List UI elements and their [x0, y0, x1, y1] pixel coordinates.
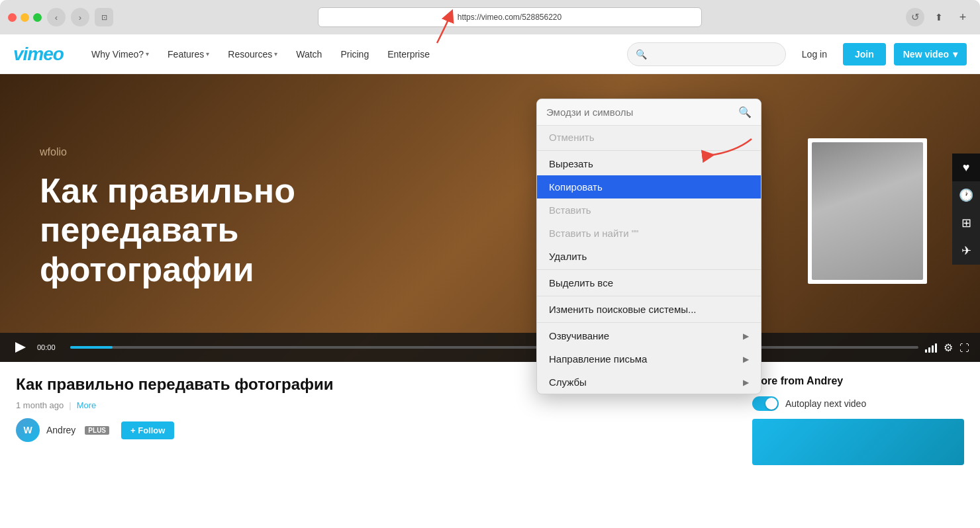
add-tab-button[interactable]: +	[954, 8, 972, 26]
url-bar-container: https://vimeo.com/528856220	[119, 7, 901, 27]
browser-actions: ⬆ +	[930, 8, 972, 26]
maximize-traffic-light[interactable]	[33, 13, 42, 22]
share-button[interactable]: ⬆	[930, 8, 948, 26]
more-from-section: More from Andrey Autoplay next video	[752, 375, 964, 465]
next-video-thumbnail[interactable]	[752, 419, 964, 465]
nav-link-resources[interactable]: Resources ▾	[220, 44, 285, 65]
browser-chrome: ‹ › ⊡ https://vimeo.com/528856220 ↺ ⬆ +	[0, 0, 980, 34]
video-title-line2: передавать	[40, 211, 239, 249]
video-meta-separator: |	[69, 400, 71, 410]
volume-bar-3	[932, 345, 934, 353]
share-video-button[interactable]: ✈	[952, 237, 980, 265]
video-brand: wfolio	[40, 146, 295, 158]
login-button[interactable]: Log in	[794, 44, 835, 65]
toggle-knob	[765, 398, 777, 410]
autoplay-row: Autoplay next video	[752, 396, 964, 411]
new-video-button[interactable]: New video ▾	[894, 43, 967, 66]
search-box[interactable]: 🔍	[627, 42, 786, 66]
video-controls-bar: 00:00 ⚙ ⛶	[0, 333, 980, 362]
search-icon: 🔍	[636, 49, 647, 60]
video-content: wfolio Как правильно передавать фотограф…	[0, 74, 980, 362]
context-menu-item-services[interactable]: Службы ▶	[537, 371, 761, 394]
nav-links: Why Vimeo? ▾ Features ▾ Resources ▾ Watc…	[83, 44, 627, 65]
reload-button[interactable]: ↺	[906, 8, 924, 26]
join-button[interactable]: Join	[843, 43, 886, 66]
url-bar[interactable]: https://vimeo.com/528856220	[318, 7, 702, 27]
nav-link-watch[interactable]: Watch	[288, 44, 330, 65]
context-menu-search-icon: 🔍	[738, 106, 752, 118]
context-menu-item-search-engines[interactable]: Изменить поисковые системы...	[537, 298, 761, 321]
chevron-down-icon-4: ▾	[953, 49, 957, 60]
context-menu: 🔍 Отменить Вырезать Копировать Вставить …	[536, 99, 761, 394]
nav-link-enterprise[interactable]: Enterprise	[379, 44, 438, 65]
context-menu-cut-label: Вырезать	[549, 158, 593, 169]
settings-icon[interactable]: ⚙	[944, 341, 953, 354]
volume-indicator	[925, 342, 937, 353]
avatar: W	[16, 418, 40, 442]
search-input[interactable]	[652, 49, 777, 60]
context-menu-item-cancel: Отменить	[537, 126, 761, 149]
context-menu-search-input[interactable]	[546, 107, 733, 118]
autoplay-toggle[interactable]	[752, 396, 779, 411]
volume-bar-2	[928, 347, 930, 353]
context-menu-item-paste: Вставить	[537, 198, 761, 222]
collections-button[interactable]: ⊞	[952, 209, 980, 237]
context-menu-separator-2	[537, 269, 761, 270]
minimize-traffic-light[interactable]	[21, 13, 29, 22]
fullscreen-icon[interactable]: ⛶	[959, 342, 969, 353]
follow-button[interactable]: + Follow	[121, 421, 174, 439]
chevron-down-icon-3: ▾	[274, 50, 277, 58]
progress-bar[interactable]	[70, 346, 918, 349]
page-wrapper: vimeo Why Vimeo? ▾ Features ▾ Resources …	[0, 34, 980, 478]
submenu-arrow-icon-2: ▶	[743, 355, 749, 364]
context-menu-item-voice[interactable]: Озвучивание ▶	[537, 324, 761, 347]
context-menu-item-paste-find: Вставить и найти ""	[537, 222, 761, 245]
chevron-down-icon: ▾	[146, 50, 149, 58]
progress-fill	[70, 346, 113, 349]
below-video: Как правильно передавать фотографии 1 mo…	[0, 362, 980, 478]
autoplay-label: Autoplay next video	[785, 398, 866, 409]
video-title-line1: Как правильно	[40, 171, 295, 210]
context-menu-direction-label: Направление письма	[549, 353, 647, 365]
vimeo-navbar: vimeo Why Vimeo? ▾ Features ▾ Resources …	[0, 34, 980, 74]
more-from-title: More from Andrey	[752, 375, 964, 387]
forward-button[interactable]: ›	[71, 8, 89, 26]
video-overlay-left: wfolio Как правильно передавать фотограф…	[40, 146, 295, 290]
nav-link-why-vimeo[interactable]: Why Vimeo? ▾	[83, 44, 157, 65]
context-menu-item-delete[interactable]: Удалить	[537, 245, 761, 268]
context-menu-cancel-label: Отменить	[549, 132, 595, 143]
reader-view-button[interactable]: ⊡	[95, 8, 113, 26]
sidebar-icons: ♥ 🕐 ⊞ ✈	[952, 154, 980, 265]
submenu-arrow-icon-3: ▶	[743, 378, 749, 387]
nav-link-features[interactable]: Features ▾	[160, 44, 217, 65]
context-menu-item-select-all[interactable]: Выделить все	[537, 271, 761, 294]
nav-link-enterprise-label: Enterprise	[387, 49, 430, 60]
context-menu-paste-label: Вставить	[549, 204, 591, 216]
video-more-link[interactable]: More	[77, 400, 97, 410]
chevron-down-icon-2: ▾	[206, 50, 209, 58]
vimeo-logo[interactable]: vimeo	[13, 44, 64, 65]
submenu-arrow-icon: ▶	[743, 331, 749, 341]
back-button[interactable]: ‹	[47, 8, 66, 26]
context-menu-item-cut[interactable]: Вырезать	[537, 152, 761, 175]
watch-later-button[interactable]: 🕐	[952, 181, 980, 209]
context-menu-separator-3	[537, 296, 761, 296]
video-title-text: Как правильно передавать фотографии	[40, 171, 295, 290]
browser-titlebar: ‹ › ⊡ https://vimeo.com/528856220 ↺ ⬆ +	[0, 0, 980, 34]
context-menu-search-engines-label: Изменить поисковые системы...	[549, 304, 697, 315]
like-button[interactable]: ♥	[952, 154, 980, 181]
author-name: Andrey	[46, 425, 75, 435]
context-menu-item-copy[interactable]: Копировать	[537, 175, 761, 198]
avatar-row: W Andrey PLUS + Follow	[16, 418, 726, 442]
plus-badge: PLUS	[85, 426, 109, 435]
volume-bar-1	[925, 349, 927, 353]
play-button[interactable]	[11, 337, 30, 357]
video-overlay-right	[808, 138, 927, 284]
close-traffic-light[interactable]	[8, 13, 17, 22]
nav-link-watch-label: Watch	[296, 49, 322, 60]
context-menu-separator-1	[537, 150, 761, 151]
nav-link-pricing-label: Pricing	[340, 49, 369, 60]
context-menu-item-direction[interactable]: Направление письма ▶	[537, 347, 761, 371]
nav-link-pricing[interactable]: Pricing	[332, 44, 377, 65]
video-thumbnail-image	[812, 142, 923, 280]
